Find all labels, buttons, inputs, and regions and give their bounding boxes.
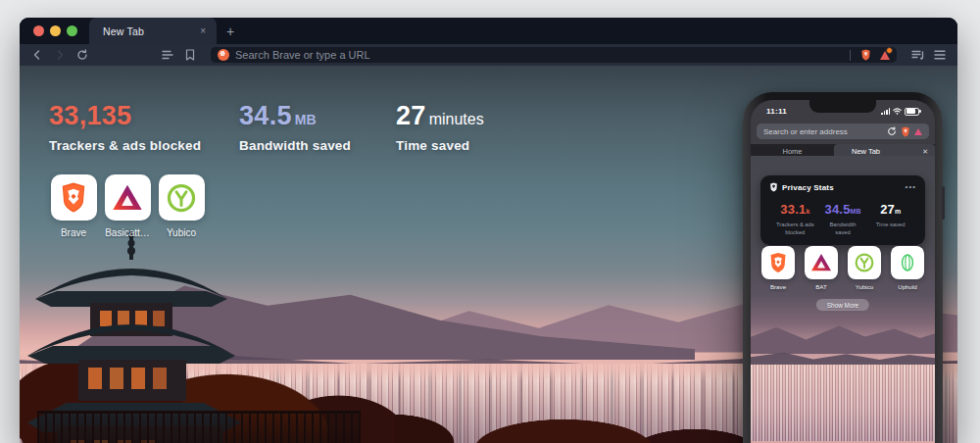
- brave-shields-icon[interactable]: [858, 47, 873, 63]
- privacy-shield-icon: [769, 182, 778, 192]
- new-tab-button[interactable]: +: [226, 25, 234, 38]
- phone-top-sites-row: Brave BAT Yubico: [760, 246, 925, 290]
- tab-strip: New Tab × +: [20, 18, 957, 44]
- forward-icon[interactable]: [52, 47, 68, 63]
- shortcut-label: Basicatt…: [105, 227, 150, 238]
- yubico-logo-icon: [848, 246, 881, 279]
- phone-shields-icon[interactable]: [901, 126, 910, 137]
- brave-rewards-icon[interactable]: [880, 51, 890, 60]
- phone-reload-icon[interactable]: [887, 126, 897, 136]
- new-tab-page: 33,135 Trackers & ads blocked 34.5MB Ban…: [20, 66, 957, 443]
- zoom-window-button[interactable]: [67, 25, 77, 36]
- tab-new-tab[interactable]: New Tab ×: [89, 18, 217, 44]
- privacy-stats-row: 33,135 Trackers & ads blocked 34.5MB Ban…: [49, 103, 515, 153]
- tab-title: New Tab: [103, 25, 197, 37]
- phone-stat-bandwidth: 34.5MB Bandwidthsaved: [819, 200, 867, 237]
- reload-icon[interactable]: [74, 47, 90, 63]
- battery-icon: [905, 108, 919, 116]
- phone-rewards-icon[interactable]: [914, 128, 922, 135]
- url-bar-actions: [850, 47, 890, 63]
- stat-bandwidth-saved: 34.5MB Bandwidth saved: [239, 103, 365, 153]
- phone-notch: [809, 100, 876, 113]
- url-bar[interactable]: Search Brave or type a URL: [211, 47, 897, 63]
- phone-wallpaper-foliage: [751, 427, 935, 443]
- rewards-badge: [886, 47, 893, 54]
- phone-shortcut-bat[interactable]: BAT: [804, 246, 839, 290]
- bat-logo-icon: [805, 246, 838, 279]
- stat-trackers-blocked: 33,135 Trackers & ads blocked: [49, 103, 208, 153]
- stat-value: 27: [396, 101, 426, 130]
- wifi-icon: [893, 108, 902, 115]
- shortcut-yubico[interactable]: Yubico: [158, 174, 205, 238]
- phone-stat-trackers: 33.1k Trackers & adsblocked: [771, 200, 819, 237]
- phone-shortcut-yubico[interactable]: Yubico: [847, 246, 882, 290]
- stat-label: Time saved: [396, 138, 484, 153]
- show-more-button[interactable]: Show More: [816, 299, 869, 311]
- phone-mockup: 11:11 Search or enter address: [743, 92, 943, 443]
- phone-search-placeholder: Search or enter address: [763, 127, 883, 136]
- divider: [850, 50, 851, 61]
- uphold-logo-icon: [891, 246, 924, 279]
- more-options-icon[interactable]: •••: [906, 185, 916, 189]
- stat-unit: minutes: [429, 111, 484, 127]
- phone-tab-close-icon[interactable]: ✕: [922, 148, 928, 156]
- yubico-logo-icon: [159, 174, 205, 221]
- stat-unit: MB: [295, 112, 317, 127]
- phone-url-row: Search or enter address: [751, 121, 935, 144]
- phone-stat-time: 27m Time saved: [866, 200, 914, 237]
- tab-close-icon[interactable]: ×: [197, 25, 209, 37]
- shortcut-label: Yubico: [167, 227, 196, 238]
- phone-screen: 11:11 Search or enter address: [751, 100, 935, 443]
- minimize-window-button[interactable]: [50, 25, 61, 36]
- browser-window: New Tab × + Search Brave or type a URL: [20, 18, 957, 443]
- top-sites-row: Brave Basicatt… Yubico: [50, 174, 205, 238]
- phone-shortcut-uphold[interactable]: Uphold: [890, 246, 925, 290]
- toolbar: Search Brave or type a URL: [20, 44, 957, 66]
- phone-shortcut-brave[interactable]: Brave: [760, 246, 796, 290]
- bookmark-icon[interactable]: [182, 47, 198, 63]
- phone-clock: 11:11: [766, 107, 787, 116]
- bat-logo-icon: [105, 174, 151, 221]
- brave-logo-icon: [51, 174, 97, 221]
- cellular-signal-icon: [881, 108, 890, 115]
- phone-privacy-card: Privacy Stats ••• 33.1k Trackers & adsbl…: [760, 175, 925, 245]
- back-icon[interactable]: [29, 47, 45, 63]
- phone-side-button: [942, 186, 945, 220]
- phone-search-bar[interactable]: Search or enter address: [757, 123, 929, 139]
- shortcut-label: Brave: [61, 227, 86, 238]
- sidebar-panel-icon[interactable]: [909, 47, 925, 63]
- window-controls: [33, 25, 77, 36]
- phone-new-tab-content: Privacy Stats ••• 33.1k Trackers & adsbl…: [751, 156, 935, 443]
- menu-icon[interactable]: [932, 47, 948, 63]
- stat-label: Trackers & ads blocked: [49, 138, 208, 153]
- reading-list-icon[interactable]: [160, 47, 175, 63]
- shortcut-brave[interactable]: Brave: [50, 174, 97, 238]
- brave-search-icon: [218, 49, 229, 61]
- stat-value: 33,135: [49, 101, 131, 130]
- wallpaper-railing: [37, 411, 361, 443]
- close-window-button[interactable]: [33, 25, 44, 36]
- url-placeholder: Search Brave or type a URL: [235, 49, 370, 61]
- shortcut-bat[interactable]: Basicatt…: [104, 174, 151, 238]
- stat-value: 34.5: [239, 101, 292, 130]
- stat-label: Bandwidth saved: [239, 138, 365, 153]
- brave-logo-icon: [761, 246, 795, 279]
- stat-time-saved: 27minutes Time saved: [396, 103, 484, 153]
- privacy-card-title: Privacy Stats: [782, 183, 834, 192]
